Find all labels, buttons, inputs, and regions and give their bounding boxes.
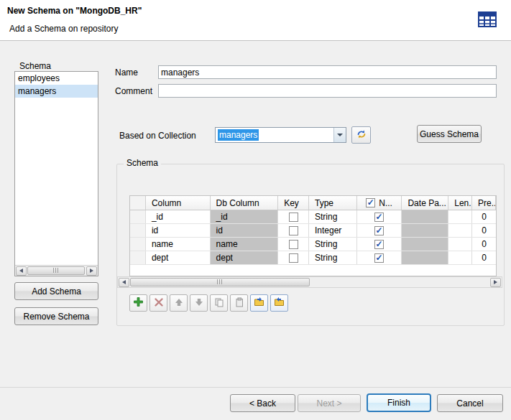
schema-list: employees managers [14,71,98,276]
combo-dropdown-icon[interactable] [333,128,346,142]
collection-combobox[interactable]: managers [215,127,346,143]
header-type[interactable]: Type [309,196,357,210]
header-selector [130,196,146,210]
cell-nullable[interactable] [357,210,402,223]
cell-length[interactable] [448,210,472,223]
cell-column[interactable]: name [146,238,211,251]
scroll-right-icon[interactable] [490,278,501,287]
header-precision[interactable]: Pre... [472,196,496,210]
move-down-button[interactable] [190,294,208,312]
move-up-icon [174,297,184,309]
cell-precision[interactable]: 0 [472,210,496,223]
header-nullable-label: N... [379,198,392,208]
paste-button[interactable] [230,294,248,312]
add-schema-button[interactable]: Add Schema [14,282,98,300]
footer-separator [0,387,511,388]
row-selector[interactable] [130,251,146,264]
row-selector[interactable] [130,224,146,237]
table-hscrollbar[interactable] [117,276,502,288]
cell-length[interactable] [448,238,472,251]
header-key[interactable]: Key [278,196,309,210]
cell-key[interactable] [278,224,309,237]
schema-list-item-employees[interactable]: employees [15,72,98,85]
wizard-header: New Schema on "MongoDB_HR" Add a Schema … [0,0,511,41]
header-db-column[interactable]: Db Column [211,196,279,210]
cell-column[interactable]: id [146,224,211,237]
key-checkbox[interactable] [289,253,298,263]
cell-nullable[interactable] [357,224,402,237]
key-checkbox[interactable] [289,213,298,222]
paste-icon [234,297,244,309]
cell-nullable[interactable] [357,238,402,251]
export-schema-button[interactable] [270,294,288,312]
header-length[interactable]: Len... [448,196,472,210]
schema-table-icon [476,9,499,31]
remove-column-button[interactable] [149,294,167,312]
cell-column[interactable]: dept [146,251,211,264]
row-selector[interactable] [130,210,146,223]
export-schema-icon [274,297,285,309]
scroll-track[interactable] [130,278,489,287]
schema-toolbar [129,294,288,312]
import-schema-button[interactable] [250,294,268,312]
schema-list-label: Schema [19,61,51,71]
cell-type[interactable]: String [309,210,357,223]
schema-list-item-managers[interactable]: managers [15,85,98,98]
cell-key[interactable] [278,238,309,251]
key-checkbox[interactable] [289,226,298,235]
move-up-button[interactable] [170,294,188,312]
add-column-icon [133,297,144,309]
back-button[interactable]: < Back [230,394,295,412]
cell-precision[interactable]: 0 [472,251,496,264]
scroll-right-icon[interactable] [86,266,97,276]
header-date-pattern[interactable]: Date Pa... [402,196,448,210]
table-header-row: Column Db Column Key Type N... Date Pa..… [130,196,496,210]
cell-length[interactable] [448,224,472,237]
table-row: _id _id String 0 [130,210,496,224]
cell-column[interactable]: _id [146,210,211,223]
scroll-track[interactable] [27,266,86,276]
name-input[interactable] [158,65,497,79]
header-nullable[interactable]: N... [357,196,402,210]
next-button[interactable]: Next > [298,394,361,412]
cell-key[interactable] [278,251,309,264]
cell-db-column: _id [211,210,279,223]
new-schema-wizard-dialog: New Schema on "MongoDB_HR" Add a Schema … [0,0,511,420]
copy-button[interactable] [210,294,228,312]
cell-key[interactable] [278,210,309,223]
based-on-collection-label: Based on Collection [119,131,196,141]
import-schema-icon [254,297,264,309]
scroll-thumb[interactable] [27,266,85,275]
cell-date-pattern [402,224,448,237]
remove-schema-button[interactable]: Remove Schema [14,307,98,325]
cell-date-pattern [402,251,448,264]
nullable-checkbox[interactable] [374,226,384,235]
schema-list-hscrollbar[interactable] [15,265,98,276]
scroll-left-icon[interactable] [119,278,129,287]
cell-precision[interactable]: 0 [472,238,496,251]
header-column[interactable]: Column [146,196,211,210]
key-checkbox[interactable] [289,240,298,249]
comment-label: Comment [115,86,152,96]
comment-input[interactable] [158,84,497,98]
cell-type[interactable]: String [309,238,357,251]
cancel-button[interactable]: Cancel [437,394,503,412]
scroll-thumb[interactable] [130,278,310,286]
scroll-left-icon[interactable] [16,266,27,276]
cell-precision[interactable]: 0 [472,224,496,237]
finish-button[interactable]: Finish [367,393,431,412]
add-column-button[interactable] [129,294,147,312]
cell-length[interactable] [448,251,472,264]
nullable-select-all-checkbox[interactable] [366,198,375,207]
guess-schema-button[interactable]: Guess Schema [417,125,482,143]
row-selector[interactable] [130,238,146,251]
reload-collections-button[interactable] [351,126,371,144]
cell-type[interactable]: String [309,251,357,264]
nullable-checkbox[interactable] [374,253,384,263]
nullable-checkbox[interactable] [374,240,384,249]
nullable-checkbox[interactable] [374,213,384,222]
dialog-title: New Schema on "MongoDB_HR" [7,6,142,16]
table-row: name name String 0 [130,238,496,251]
cell-type[interactable]: Integer [309,224,357,237]
cell-nullable[interactable] [357,251,402,264]
